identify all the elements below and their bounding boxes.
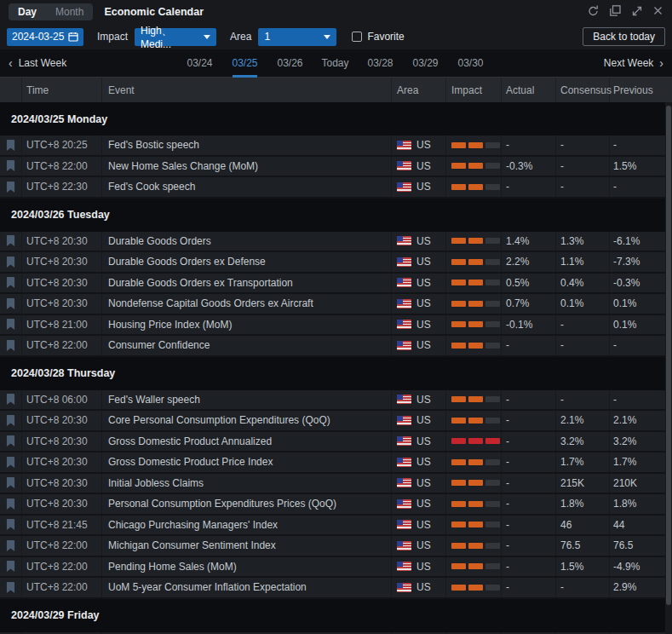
tab-day[interactable]: Day (9, 3, 46, 20)
day-tab[interactable]: 03/30 (448, 49, 493, 78)
refresh-icon[interactable] (587, 4, 600, 20)
event-row[interactable]: UTC+8 20:30Durable Goods OrdersUS1.4%1.3… (0, 232, 672, 253)
consensus-cell: - (556, 157, 610, 176)
close-icon[interactable] (652, 5, 663, 19)
bookmark-icon[interactable] (6, 540, 15, 551)
event-row[interactable]: UTC+8 20:30Durable Goods Orders ex Trans… (0, 274, 672, 295)
scrollbar-thumb[interactable] (666, 106, 671, 605)
bookmark-icon[interactable] (6, 394, 15, 405)
last-week-button[interactable]: ‹ Last Week (9, 57, 66, 69)
event-row[interactable]: UTC+8 20:30Gross Domestic Product Price … (0, 452, 672, 474)
bookmark-icon[interactable] (6, 235, 15, 246)
expand-icon[interactable] (631, 5, 643, 20)
time-cell: UTC+8 20:30 (22, 432, 102, 452)
impact-cell (446, 232, 502, 251)
previous-cell: 210K (610, 474, 672, 493)
event-row[interactable]: UTC+8 22:00Michigan Consumer Sentiment I… (0, 536, 672, 557)
event-row[interactable]: UTC+8 21:45Chicago Purchasing Managers' … (0, 516, 672, 537)
area-dropdown[interactable]: 1 (258, 28, 336, 46)
day-tab[interactable]: 03/29 (403, 49, 448, 78)
bookmark-cell (0, 390, 22, 410)
popout-icon[interactable] (609, 4, 622, 20)
event-row[interactable]: UTC+8 22:00New Home Sales Change (MoM)US… (0, 157, 672, 178)
day-tab[interactable]: 03/24 (177, 49, 222, 78)
area-cell: US (392, 536, 446, 556)
bookmark-icon[interactable] (6, 561, 15, 572)
date-picker[interactable]: 2024-03-25 (7, 28, 83, 46)
area-cell: US (392, 135, 446, 155)
event-name-cell: Initial Jobless Claims (102, 474, 392, 493)
impact-bar (451, 585, 466, 591)
event-row[interactable]: UTC+8 22:00Pending Home Sales (MoM)US-1.… (0, 557, 672, 579)
event-row[interactable]: UTC+8 20:30Core Personal Consumption Exp… (0, 411, 672, 432)
bookmark-icon[interactable] (6, 519, 15, 530)
date-section-header: 2024/03/28 Thursday (0, 357, 672, 390)
tab-month[interactable]: Month (46, 3, 93, 20)
event-row[interactable]: UTC+8 06:00Fed's Waller speechUS--- (0, 390, 672, 412)
impact-bar (485, 585, 500, 591)
bookmark-icon[interactable] (6, 277, 15, 288)
day-tab[interactable]: 03/28 (358, 49, 403, 78)
day-tab[interactable]: Today (313, 49, 358, 78)
calendar-icon[interactable] (68, 32, 78, 42)
bookmark-icon[interactable] (6, 477, 15, 488)
bookmark-cell (0, 157, 22, 176)
impact-bar (451, 238, 466, 244)
impact-bar (468, 585, 483, 591)
back-to-today-button[interactable]: Back to today (583, 27, 665, 46)
previous-cell: 2.9% (610, 578, 672, 597)
area-cell: US (392, 474, 446, 493)
bookmark-icon[interactable] (6, 160, 15, 171)
area-code: US (416, 339, 431, 351)
event-row[interactable]: UTC+8 22:00Consumer ConfidenceUS--- (0, 336, 672, 357)
area-code: US (416, 539, 431, 551)
event-row[interactable]: UTC+8 20:30Durable Goods Orders ex Defen… (0, 252, 672, 274)
bookmark-icon[interactable] (6, 319, 15, 330)
date-value: 2024-03-25 (12, 31, 68, 43)
day-tab[interactable]: 03/26 (267, 49, 313, 78)
bookmark-cell (0, 135, 22, 155)
area-code: US (416, 394, 431, 406)
time-cell: UTC+8 20:25 (22, 135, 102, 155)
scrollbar-track[interactable] (665, 102, 672, 634)
bookmark-icon[interactable] (6, 415, 15, 426)
event-row[interactable]: UTC+8 20:30Nondefense Capital Goods Orde… (0, 294, 672, 315)
bookmark-cell (0, 232, 22, 251)
event-row[interactable]: UTC+8 20:30Gross Domestic Product Annual… (0, 432, 672, 453)
actual-cell: - (502, 494, 556, 514)
previous-cell: -0.3% (610, 274, 672, 293)
next-week-button[interactable]: Next Week › (604, 57, 663, 69)
event-row[interactable]: UTC+8 21:00Housing Price Index (MoM)US-0… (0, 315, 672, 337)
impact-bar (485, 259, 500, 265)
bookmark-icon[interactable] (6, 182, 15, 193)
consensus-cell: 0.1% (556, 294, 610, 314)
impact-bar (451, 259, 466, 265)
bookmark-icon[interactable] (6, 340, 15, 351)
favorite-filter[interactable]: Favorite (352, 31, 404, 43)
time-cell: UTC+8 20:30 (22, 274, 102, 293)
impact-cell (446, 157, 502, 176)
impact-dropdown[interactable]: High、 Medi... (135, 28, 216, 46)
impact-value: High、 Medi... (141, 24, 204, 50)
us-flag-icon (397, 299, 411, 308)
bookmark-icon[interactable] (6, 457, 15, 468)
consensus-cell: 1.7% (556, 452, 610, 472)
bookmark-icon[interactable] (6, 298, 15, 309)
impact-bar (468, 343, 483, 349)
event-row[interactable]: UTC+8 22:30Fed's Cook speechUS--- (0, 177, 672, 199)
area-cell: US (392, 494, 446, 514)
bookmark-icon[interactable] (6, 435, 15, 447)
event-row[interactable]: UTC+8 22:00UoM 5-year Consumer Inflation… (0, 578, 672, 599)
day-tab[interactable]: 03/25 (222, 49, 267, 78)
event-row[interactable]: UTC+8 20:30Personal Consumption Expendit… (0, 494, 672, 516)
impact-bar (485, 301, 500, 307)
favorite-checkbox[interactable] (352, 32, 362, 42)
bookmark-icon[interactable] (6, 499, 15, 510)
bookmark-icon[interactable] (6, 140, 15, 151)
previous-cell: - (610, 336, 672, 355)
actual-cell: - (502, 432, 556, 452)
event-row[interactable]: UTC+8 20:30Initial Jobless ClaimsUS-215K… (0, 474, 672, 495)
bookmark-icon[interactable] (6, 582, 15, 593)
bookmark-icon[interactable] (6, 256, 15, 268)
event-row[interactable]: UTC+8 20:25Fed's Bostic speechUS--- (0, 135, 672, 157)
